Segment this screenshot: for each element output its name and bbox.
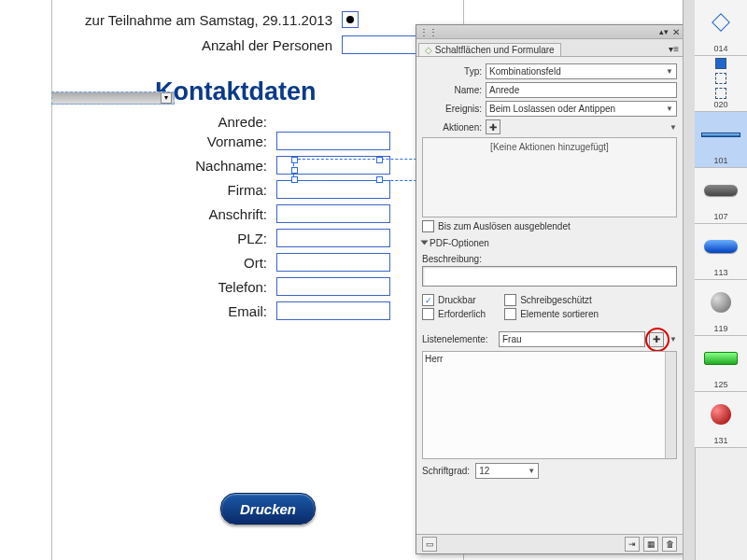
label-ereignis: Ereignis:	[422, 104, 482, 114]
collapse-icon[interactable]: ▴▾	[659, 27, 669, 36]
trash-icon[interactable]: 🗑	[662, 537, 677, 552]
print-button[interactable]: Drucken	[220, 493, 316, 525]
label-beschreibung: Beschreibung:	[422, 254, 677, 264]
field-anschrift[interactable]	[276, 204, 390, 223]
radio-saturday[interactable]	[342, 11, 359, 28]
select-typ[interactable]: Kombinationsfeld▼	[486, 63, 677, 79]
field-ort[interactable]	[276, 253, 390, 272]
close-icon[interactable]: ✕	[672, 27, 680, 37]
chevron-down-icon[interactable]: ▾	[161, 92, 172, 104]
label-email: Email:	[52, 303, 276, 319]
label-schriftgrad: Schriftgrad:	[422, 466, 470, 476]
checkbox-erforderlich[interactable]	[422, 308, 434, 320]
label-vorname: Vorname:	[52, 133, 276, 149]
label-anrede: Anrede:	[52, 114, 276, 130]
tab-order-icon[interactable]: ⇥	[625, 537, 640, 552]
checkbox-druckbar[interactable]: ✓	[422, 294, 434, 306]
panel-footer: ▭ ⇥ ▦ 🗑	[416, 534, 683, 553]
library-item[interactable]: 020	[695, 56, 747, 112]
label-participation: zur Teilnahme am Samstag, 29.11.2013	[52, 12, 342, 28]
label-plz: PLZ:	[52, 231, 276, 246]
label-hide-until: Bis zum Auslösen ausgeblendet	[438, 221, 571, 231]
label-persons: Anzahl der Personen	[52, 37, 342, 53]
label-anschrift: Anschrift:	[52, 206, 276, 222]
preview-icon[interactable]: ▭	[422, 537, 437, 552]
label-sortieren: Elemente sortieren	[520, 309, 599, 319]
list-items-box[interactable]: Herr	[422, 351, 677, 459]
library-item[interactable]: 131	[695, 392, 747, 448]
label-nachname: Nachname:	[52, 158, 276, 174]
section-pdf-options: PDF-Optionen	[430, 238, 489, 248]
library-item[interactable]: 113	[695, 224, 747, 280]
library-item-selected[interactable]: 101	[695, 112, 747, 168]
select-ereignis[interactable]: Beim Loslassen oder Antippen▼	[486, 101, 677, 117]
checkbox-hide-until[interactable]	[422, 220, 434, 232]
divider-object[interactable]: ▾	[51, 91, 175, 105]
grip-icon: ⋮⋮	[419, 27, 438, 37]
label-ort: Ort:	[52, 255, 276, 271]
field-plz[interactable]	[276, 229, 390, 247]
add-list-item-button[interactable]: ✚	[649, 332, 664, 347]
label-aktionen: Aktionen:	[422, 122, 482, 133]
label-erforderlich: Erforderlich	[438, 309, 486, 319]
input-name[interactable]: Anrede	[486, 82, 677, 98]
label-name: Name:	[422, 85, 482, 95]
input-beschreibung[interactable]	[422, 266, 677, 287]
library-item[interactable]: 119	[695, 280, 747, 336]
label-listenelemente: Listenelemente:	[422, 334, 495, 344]
field-telefon[interactable]	[276, 277, 390, 296]
input-list-item[interactable]: Frau	[499, 331, 645, 347]
scrollbar[interactable]	[665, 352, 676, 458]
expander-icon[interactable]	[421, 241, 429, 245]
library-item[interactable]: 125	[695, 336, 747, 392]
add-action-button[interactable]: ✚	[486, 119, 500, 134]
library-item[interactable]: 014	[695, 0, 747, 56]
list-menu-icon[interactable]: ▼	[669, 335, 677, 343]
buttons-forms-panel: ⋮⋮ ▴▾ ✕ ◇ Schaltflächen und Formulare ▾≡…	[416, 24, 684, 554]
label-druckbar: Druckbar	[438, 295, 476, 305]
label-schreib: Schreibgeschützt	[520, 295, 592, 305]
form-document: zur Teilnahme am Samstag, 29.11.2013 Anz…	[51, 0, 464, 560]
tab-buttons-forms[interactable]: ◇ Schaltflächen und Formulare	[418, 43, 561, 56]
checkbox-schreibgeschuetzt[interactable]	[504, 294, 516, 306]
label-typ: Typ:	[422, 66, 482, 77]
list-item[interactable]: Herr	[425, 354, 674, 364]
label-firma: Firma:	[52, 182, 276, 198]
action-menu-icon[interactable]: ▼	[669, 123, 677, 132]
field-vorname[interactable]	[276, 132, 390, 150]
button-library: 014 020 101 107 113 119 125 131	[683, 0, 747, 560]
checkbox-sortieren[interactable]	[504, 308, 516, 320]
convert-icon[interactable]: ▦	[643, 537, 658, 552]
library-item[interactable]: 107	[695, 168, 747, 224]
panel-tabs: ◇ Schaltflächen und Formulare ▾≡	[416, 39, 683, 57]
select-schriftgrad[interactable]: 12▼	[475, 463, 539, 479]
actions-list[interactable]: [Keine Aktionen hinzugefügt]	[422, 137, 677, 217]
field-firma[interactable]	[276, 180, 390, 199]
field-email[interactable]	[276, 301, 390, 320]
panel-menu-icon[interactable]: ▾≡	[665, 42, 683, 56]
panel-titlebar[interactable]: ⋮⋮ ▴▾ ✕	[416, 25, 683, 39]
label-telefon: Telefon:	[52, 279, 276, 295]
